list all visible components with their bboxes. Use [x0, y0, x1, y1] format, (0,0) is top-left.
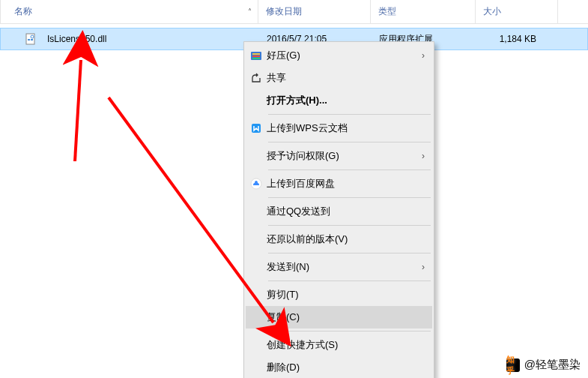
submenu-arrow-icon: › — [414, 151, 432, 161]
submenu-arrow-icon: › — [414, 50, 432, 61]
menu-openwith[interactable]: 打开方式(H)... — [246, 89, 432, 112]
menu-restore-label: 还原以前的版本(V) — [267, 232, 432, 246]
column-header-date[interactable]: 修改日期 — [258, 0, 371, 23]
svg-rect-1 — [28, 39, 30, 40]
dll-file-icon — [25, 33, 37, 45]
menu-separator — [268, 114, 431, 115]
menu-openwith-label: 打开方式(H)... — [267, 94, 432, 107]
menu-shortcut[interactable]: 创建快捷方式(S) — [246, 334, 432, 356]
menu-delete[interactable]: 删除(D) — [246, 356, 432, 378]
menu-qq-label: 通过QQ发送到 — [267, 205, 432, 218]
menu-qq[interactable]: 通过QQ发送到 — [246, 200, 432, 223]
watermark: 知乎 @轻笔墨染 — [506, 358, 581, 372]
menu-share-label: 共享 — [267, 71, 432, 85]
baidu-icon — [246, 178, 267, 190]
menu-separator — [268, 225, 431, 226]
haoya-icon — [246, 50, 267, 62]
menu-cut-label: 剪切(T) — [267, 288, 432, 302]
menu-sendto-label: 发送到(N) — [267, 260, 414, 274]
menu-cut[interactable]: 剪切(T) — [246, 284, 432, 306]
column-header-size[interactable]: 大小 — [476, 0, 558, 23]
menu-baidu-label: 上传到百度网盘 — [267, 177, 432, 190]
menu-copy[interactable]: 复制(C) — [246, 306, 432, 328]
menu-separator — [268, 253, 431, 254]
wps-icon — [246, 122, 267, 134]
header-name-label: 名称 — [14, 5, 32, 18]
column-header-row: 名称 ˄ 修改日期 类型 大小 — [0, 0, 588, 24]
header-type-label: 类型 — [378, 5, 396, 18]
sort-chevron-icon: ˄ — [248, 8, 252, 16]
header-size-label: 大小 — [483, 5, 501, 18]
menu-restore[interactable]: 还原以前的版本(V) — [246, 228, 432, 250]
svg-rect-7 — [252, 58, 260, 59]
svg-line-10 — [75, 60, 81, 161]
watermark-text: @轻笔墨染 — [524, 358, 581, 372]
menu-haoya-label: 好压(G) — [267, 49, 414, 62]
menu-separator — [268, 170, 431, 170]
column-header-type[interactable]: 类型 — [371, 0, 476, 23]
menu-baidu[interactable]: 上传到百度网盘 — [246, 172, 432, 195]
menu-shortcut-label: 创建快捷方式(S) — [267, 338, 432, 352]
menu-separator — [268, 142, 431, 142]
menu-haoya[interactable]: 好压(G) › — [246, 44, 432, 67]
file-size-label: 1,184 KB — [476, 34, 559, 44]
file-name-label: IsLicense50.dll — [47, 34, 106, 44]
menu-separator — [268, 280, 431, 281]
menu-copy-label: 复制(C) — [267, 310, 432, 324]
menu-delete-label: 删除(D) — [267, 361, 432, 374]
context-menu: 好压(G) › 共享 打开方式(H)... 上传到WPS云文档 授予访问权限(G… — [243, 41, 434, 378]
zhihu-icon: 知乎 — [506, 358, 520, 372]
submenu-arrow-icon: › — [414, 262, 432, 272]
menu-wps-label: 上传到WPS云文档 — [267, 122, 432, 135]
menu-wps[interactable]: 上传到WPS云文档 — [246, 117, 432, 140]
menu-grant-label: 授予访问权限(G) — [267, 149, 414, 163]
column-header-name[interactable]: 名称 ˄ — [0, 0, 258, 23]
menu-separator — [268, 331, 431, 332]
share-icon — [246, 72, 267, 84]
header-date-label: 修改日期 — [266, 5, 302, 18]
menu-separator — [268, 197, 431, 198]
svg-rect-2 — [31, 39, 33, 40]
menu-sendto[interactable]: 发送到(N) › — [246, 256, 432, 278]
menu-grant[interactable]: 授予访问权限(G) › — [246, 145, 432, 167]
svg-rect-6 — [252, 56, 260, 57]
menu-share[interactable]: 共享 — [246, 67, 432, 89]
svg-rect-5 — [252, 53, 260, 55]
